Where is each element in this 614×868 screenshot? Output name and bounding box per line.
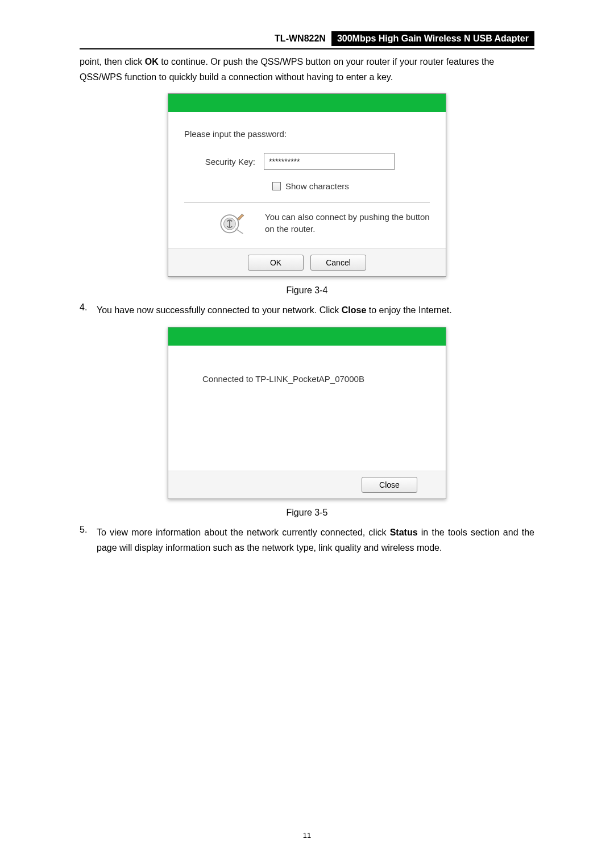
figure-3-5-caption: Figure 3-5 (80, 508, 534, 518)
step4-text-2: to enjoy the Internet. (366, 305, 451, 315)
dialog-header-bar (168, 94, 446, 112)
show-characters-checkbox[interactable] (272, 182, 281, 190)
password-prompt: Please input the password: (184, 129, 430, 139)
dialog2-body: Connected to TP-LINK_PocketAP_07000B (168, 346, 446, 471)
security-key-input[interactable] (264, 153, 395, 170)
show-characters-label: Show characters (285, 181, 349, 191)
figure-3-4-caption: Figure 3-4 (80, 285, 534, 296)
connected-dialog: Connected to TP-LINK_PocketAP_07000B Clo… (168, 327, 446, 499)
step5-text-1: To view more information about the netwo… (97, 528, 390, 537)
step5-bold-status: Status (390, 528, 418, 537)
dialog2-header-bar (168, 327, 446, 346)
page-number: 11 (0, 831, 614, 840)
step-5-number: 5. (80, 525, 97, 555)
product-description: 300Mbps High Gain Wireless N USB Adapter (331, 31, 534, 46)
dialog2-footer: Close (168, 471, 446, 499)
show-characters-row: Show characters (272, 181, 430, 191)
cancel-button[interactable]: Cancel (310, 255, 366, 271)
document-content: point, then click OK to continue. Or pus… (80, 54, 534, 564)
intro-bold-ok: OK (145, 57, 159, 67)
step-4: 4. You have now successfully connected t… (80, 302, 534, 318)
connected-message: Connected to TP-LINK_PocketAP_07000B (202, 374, 412, 384)
document-header: TL-WN822N 300Mbps High Gain Wireless N U… (80, 31, 534, 49)
wps-row: You can also connect by pushing the butt… (184, 202, 430, 237)
password-dialog: Please input the password: Security Key:… (168, 93, 446, 277)
step-4-text: You have now successfully connected to y… (97, 302, 534, 318)
close-button[interactable]: Close (362, 477, 417, 493)
step4-bold-close: Close (342, 305, 367, 315)
wps-icon (218, 209, 248, 237)
security-key-label: Security Key: (184, 157, 264, 167)
ok-button[interactable]: OK (248, 255, 304, 271)
dialog-footer: OK Cancel (168, 248, 446, 276)
model-number: TL-WN822N (269, 31, 331, 46)
step4-text-1: You have now successfully connected to y… (97, 305, 342, 315)
security-key-row: Security Key: (184, 153, 430, 170)
step-5: 5. To view more information about the ne… (80, 525, 534, 555)
dialog-body: Please input the password: Security Key:… (168, 112, 446, 248)
intro-paragraph: point, then click OK to continue. Or pus… (80, 54, 534, 85)
step-4-number: 4. (80, 302, 97, 318)
intro-text-1: point, then click (80, 57, 145, 67)
step-5-text: To view more information about the netwo… (97, 525, 534, 555)
wps-hint-text: You can also connect by pushing the butt… (265, 211, 430, 235)
